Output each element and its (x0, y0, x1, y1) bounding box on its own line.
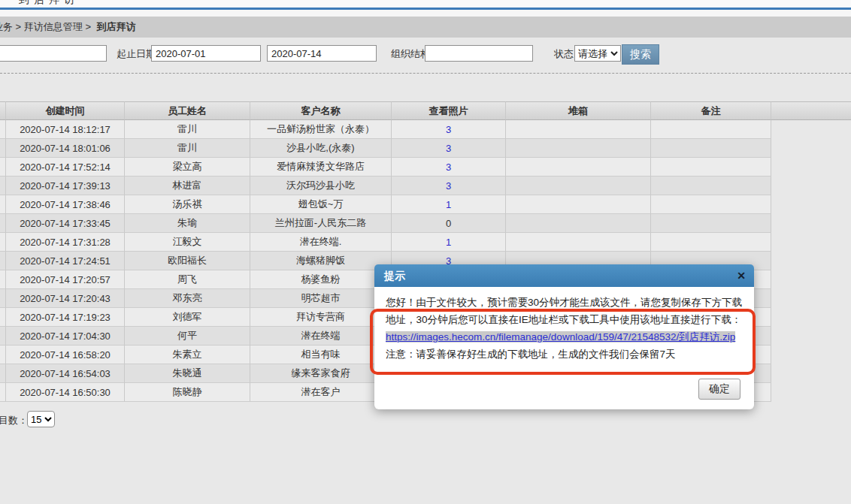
cell-stack (506, 214, 651, 233)
photo-count-link[interactable]: 3 (446, 124, 451, 135)
cell-employee-name: 江毅文 (125, 233, 250, 252)
cell-employee-name: 刘德军 (125, 308, 250, 327)
cell-narrow (0, 139, 6, 158)
table-row: 2020-07-14 18:01:06雷川沙县小吃,(永泰)3 (0, 139, 851, 158)
cell-stack (506, 195, 651, 214)
cell-customer-name: 兰州拉面-人民东二路 (250, 214, 392, 233)
cell-narrow (0, 346, 6, 364)
dialog-note: 注意：请妥善保存好生成的下载地址，生成的文件我们会保留7天 (386, 349, 676, 360)
photo-count-link[interactable]: 1 (446, 199, 451, 210)
cell-narrow (0, 158, 6, 177)
keyword-input[interactable] (0, 45, 107, 62)
cell-ghost (771, 364, 851, 383)
table-row: 2020-07-14 17:39:13林进富沃尔玛沙县小吃3 (0, 177, 851, 195)
photo-count-link[interactable]: 3 (446, 180, 451, 192)
cell-narrow (0, 327, 6, 346)
cell-ghost (771, 252, 851, 270)
confirm-button[interactable]: 确定 (698, 379, 740, 400)
column-header: 堆箱 (506, 101, 651, 120)
table-row: 2020-07-14 17:38:46汤乐祺翅包饭~万1 (0, 195, 851, 214)
breadcrumb-text: 业务 > 拜访信息管理 > 到店拜访 (0, 21, 136, 32)
column-header: 查看照片 (392, 101, 506, 120)
cell-ghost (771, 383, 851, 402)
column-header: 创建时间 (6, 101, 125, 120)
download-url-link[interactable]: https://images.hecom.cn/filemanage/downl… (386, 331, 735, 343)
cell-customer-name: 一品鲜汤粉世家（永泰） (250, 120, 392, 139)
cell-narrow (0, 364, 6, 383)
cell-narrow (0, 270, 6, 289)
cell-create-time: 2020-07-14 17:39:13 (6, 177, 125, 195)
cell-create-time: 2020-07-14 18:01:06 (6, 139, 125, 158)
column-header: 员工姓名 (125, 101, 250, 120)
cell-photo-count: 3 (392, 177, 506, 195)
cell-employee-name: 雷川 (125, 120, 250, 139)
status-label: 状态 (554, 47, 574, 61)
table-header-row: 创建时间员工姓名客户名称查看照片堆箱备注 (0, 101, 851, 120)
cell-ghost (771, 158, 851, 177)
cell-create-time: 2020-07-14 17:52:14 (6, 158, 125, 177)
cell-customer-name: 沃尔玛沙县小吃 (250, 177, 392, 195)
cell-customer-name: 明芯超市 (250, 289, 392, 308)
cell-ghost (771, 346, 851, 364)
cell-photo-count: 3 (392, 139, 506, 158)
cell-ghost (771, 195, 851, 214)
cell-ghost (771, 214, 851, 233)
cell-customer-name: 潜在终端 (250, 327, 392, 346)
cell-stack (506, 233, 651, 252)
page-size-label: 目数： (0, 414, 28, 427)
cell-remark (651, 120, 771, 139)
cell-create-time: 2020-07-14 17:24:51 (6, 252, 125, 270)
page-size-select[interactable]: 15 (27, 411, 55, 427)
cell-remark (651, 233, 771, 252)
photo-count-link[interactable]: 1 (446, 237, 451, 248)
cell-customer-name: 杨婆鱼粉 (250, 270, 392, 289)
cell-narrow (0, 252, 6, 270)
cell-create-time: 2020-07-14 17:33:45 (6, 214, 125, 233)
cell-employee-name: 朱瑜 (125, 214, 250, 233)
cell-employee-name: 雷川 (125, 139, 250, 158)
download-dialog: 提示 ✕ 您好！由于文件较大，预计需要30分钟才能生成该文件，请您复制保存下方下… (374, 264, 754, 409)
cell-narrow (0, 214, 6, 233)
cell-photo-count: 1 (392, 195, 506, 214)
photo-count-link[interactable]: 3 (446, 143, 451, 154)
cell-narrow (0, 233, 6, 252)
cell-create-time: 2020-07-14 17:38:46 (6, 195, 125, 214)
cell-ghost (771, 233, 851, 252)
cell-ghost (771, 139, 851, 158)
cell-create-time: 2020-07-14 17:31:28 (6, 233, 125, 252)
cell-ghost (771, 177, 851, 195)
breadcrumb-item[interactable]: 拜访信息管理 (24, 21, 83, 32)
cell-ghost (771, 327, 851, 346)
cell-create-time: 2020-07-14 17:20:57 (6, 270, 125, 289)
dialog-message: 您好！由于文件较大，预计需要30分钟才能生成该文件，请您复制保存下方下载地址，3… (386, 297, 742, 325)
cell-employee-name: 周飞 (125, 270, 250, 289)
org-input[interactable] (425, 45, 533, 62)
date-to-input[interactable] (267, 45, 377, 62)
cell-create-time: 2020-07-14 16:50:30 (6, 383, 125, 402)
photo-count-link[interactable]: 3 (446, 161, 451, 173)
cell-ghost (771, 308, 851, 327)
table-row: 2020-07-14 17:33:45朱瑜兰州拉面-人民东二路0 (0, 214, 851, 233)
date-from-input[interactable] (151, 45, 261, 62)
search-button[interactable]: 搜索 (622, 44, 659, 65)
cell-narrow (0, 120, 6, 139)
breadcrumb: 业务 > 拜访信息管理 > 到店拜访 (0, 17, 851, 38)
close-icon[interactable]: ✕ (737, 264, 746, 287)
cell-remark (651, 214, 771, 233)
breadcrumb-item[interactable]: 业务 (0, 21, 13, 32)
cell-ghost (771, 120, 851, 139)
cell-employee-name: 朱素立 (125, 346, 250, 364)
breadcrumb-item: 到店拜访 (97, 21, 136, 32)
cell-employee-name: 汤乐祺 (125, 195, 250, 214)
status-select[interactable]: 请选择 (574, 45, 621, 62)
dialog-title: 提示 (384, 270, 405, 282)
cell-employee-name: 朱晓通 (125, 364, 250, 383)
dialog-header: 提示 ✕ (374, 264, 754, 287)
top-gap (0, 10, 851, 17)
cell-narrow (0, 383, 6, 402)
cell-employee-name: 邓东亮 (125, 289, 250, 308)
dialog-body: 您好！由于文件较大，预计需要30分钟才能生成该文件，请您复制保存下方下载地址，3… (374, 287, 754, 363)
cell-create-time: 2020-07-14 16:58:20 (6, 346, 125, 364)
cell-stack (506, 120, 651, 139)
cell-narrow (0, 289, 6, 308)
